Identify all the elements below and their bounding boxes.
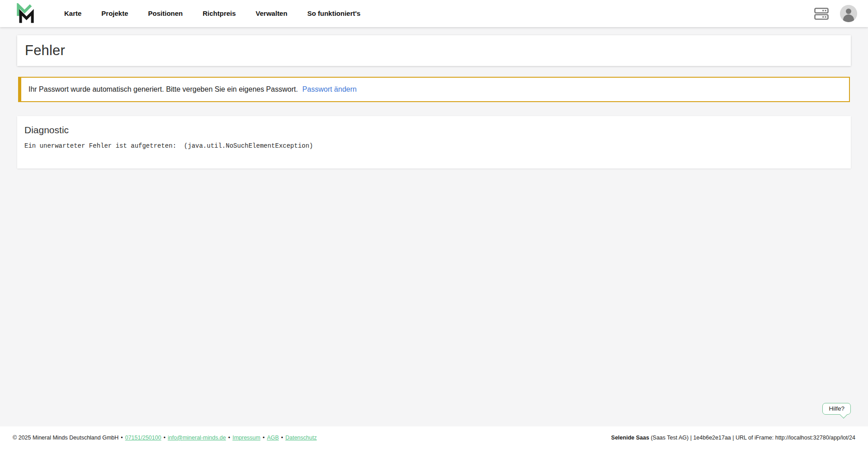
nav-item-projekte[interactable]: Projekte: [91, 0, 138, 27]
footer-separator: •: [164, 435, 165, 441]
nav-item-positionen[interactable]: Positionen: [138, 0, 193, 27]
user-avatar-icon[interactable]: [840, 5, 857, 22]
main-content: Fehler Ihr Passwort wurde automatisch ge…: [0, 27, 868, 168]
footer-link-agb[interactable]: AGB: [267, 435, 278, 441]
nav-item-verwalten[interactable]: Verwalten: [246, 0, 297, 27]
nav-item-so-funktionierts[interactable]: So funktioniert's: [297, 0, 371, 27]
change-password-link[interactable]: Passwort ändern: [302, 85, 357, 94]
diagnostic-title: Diagnostic: [24, 125, 844, 136]
navbar-right: [814, 5, 857, 22]
footer-link-phone[interactable]: 07151/250100: [125, 435, 161, 441]
diagnostic-card: Diagnostic Ein unerwarteter Fehler ist a…: [17, 116, 851, 168]
logo-glyph: [16, 3, 34, 24]
top-navbar: Karte Projekte Positionen Richtpreis Ver…: [0, 0, 868, 27]
footer-separator: •: [121, 435, 123, 441]
page-title: Fehler: [25, 42, 65, 59]
footer-separator: •: [263, 435, 264, 441]
nav-item-karte[interactable]: Karte: [54, 0, 91, 27]
diagnostic-message: Ein unerwarteter Fehler ist aufgetreten:…: [24, 142, 844, 150]
session-info: (Saas Test AG) | 1e4b6e2e17aa | URL of i…: [649, 435, 855, 441]
footer-right: Selenide Saas (Saas Test AG) | 1e4b6e2e1…: [605, 428, 855, 447]
tenant-name: Selenide Saas: [611, 435, 649, 441]
password-warning-banner: Ihr Passwort wurde automatisch generiert…: [18, 77, 850, 102]
server-icon[interactable]: [814, 7, 829, 20]
mineral-minds-logo-icon[interactable]: [16, 3, 34, 24]
footer-left: © 2025 Mineral Minds Deutschland GmbH • …: [13, 435, 317, 441]
footer-link-email[interactable]: info@mineral-minds.de: [168, 435, 226, 441]
footer-link-datenschutz[interactable]: Datenschutz: [285, 435, 316, 441]
page-title-card: Fehler: [17, 35, 851, 66]
main-nav: Karte Projekte Positionen Richtpreis Ver…: [54, 0, 370, 27]
warning-message: Ihr Passwort wurde automatisch generiert…: [28, 85, 298, 94]
help-button[interactable]: Hilfe?: [822, 403, 851, 415]
footer: © 2025 Mineral Minds Deutschland GmbH • …: [0, 426, 868, 449]
copyright-text: © 2025 Mineral Minds Deutschland GmbH: [13, 435, 118, 441]
footer-separator: •: [228, 435, 230, 441]
footer-link-impressum[interactable]: Impressum: [232, 435, 260, 441]
nav-item-richtpreis[interactable]: Richtpreis: [193, 0, 245, 27]
footer-separator: •: [281, 435, 283, 441]
